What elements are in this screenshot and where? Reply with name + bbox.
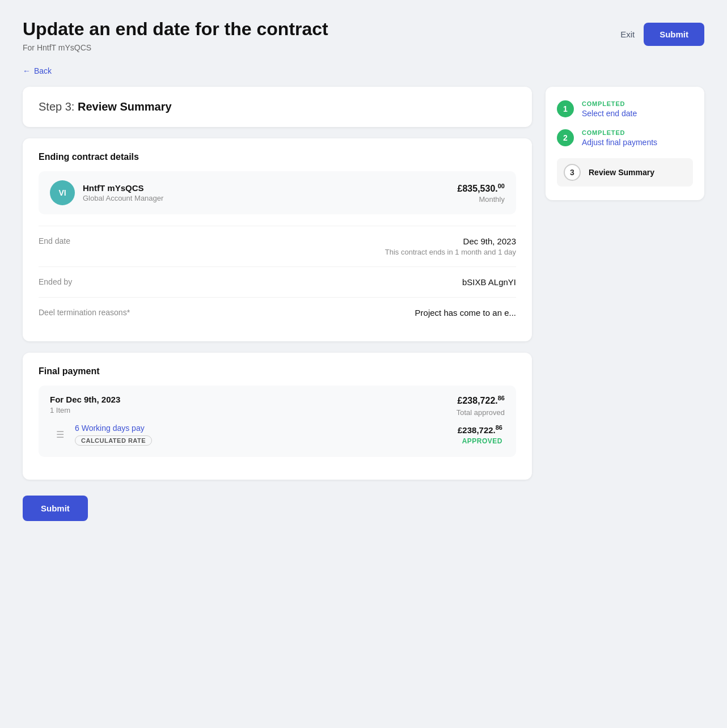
termination-reason-value: Project has come to an e... [415, 308, 516, 318]
step-circle-1: 1 [557, 100, 574, 117]
payment-row-top: For Dec 9th, 2023 1 Item £238,722.86 Tot… [50, 395, 505, 416]
final-payment-card: Final payment For Dec 9th, 2023 1 Item £… [23, 353, 532, 479]
contractor-name: HntfT mYsQCS [83, 183, 450, 193]
bottom-submit-section: Submit [23, 496, 532, 521]
contract-amount: £835,530.00 Monthly [458, 183, 505, 204]
termination-reason-main: Project has come to an e... [415, 308, 516, 318]
final-payment-title: Final payment [39, 366, 516, 376]
right-sidebar: 1 COMPLETED Select end date 2 COMPLETED … [546, 87, 704, 200]
contractor-role: Global Account Manager [83, 194, 450, 202]
end-date-row: End date Dec 9th, 2023 This contract end… [39, 226, 516, 266]
sidebar-step-2-info: COMPLETED Adjust final payments [582, 129, 657, 147]
avatar: VI [50, 180, 75, 205]
payment-items-count: 1 Item [50, 406, 120, 414]
line-item-title[interactable]: 6 Working days pay [75, 424, 152, 433]
sidebar-step-1-info: COMPLETED Select end date [582, 100, 637, 118]
step-circle-3: 3 [564, 164, 581, 181]
sidebar-step-1: 1 COMPLETED Select end date [557, 100, 693, 118]
step-2-status: COMPLETED [582, 129, 657, 136]
termination-reason-label: Deel termination reasons* [39, 308, 130, 317]
page-subtitle: For HntfT mYsQCS [23, 43, 328, 52]
page-header: Update an end date for the contract For … [23, 18, 704, 52]
step-prefix: Step 3: [39, 100, 74, 113]
payment-amount-section: £238,722.86 Total approved [457, 395, 505, 416]
sidebar-step-3-wrapper: 3 Review Summary [557, 158, 693, 187]
contract-info: HntfT mYsQCS Global Account Manager [83, 183, 450, 202]
payment-summary-row: For Dec 9th, 2023 1 Item £238,722.86 Tot… [39, 386, 516, 456]
contract-amount-value: £835,530.00 [458, 183, 505, 194]
left-column: Step 3: Review Summary Ending contract d… [23, 87, 532, 520]
step-title: Review Summary [78, 100, 172, 113]
payment-line-item: ☰ 6 Working days pay CALCULATED RATE £23… [50, 417, 505, 448]
step-1-label[interactable]: Select end date [582, 109, 637, 118]
ending-contract-title: Ending contract details [39, 152, 516, 162]
calculated-rate-badge: CALCULATED RATE [75, 435, 152, 446]
submit-button-header[interactable]: Submit [644, 23, 704, 46]
main-layout: Step 3: Review Summary Ending contract d… [23, 87, 704, 520]
line-item-icon: ☰ [52, 426, 68, 442]
line-item-right: £238,722.86 APPROVED [458, 424, 502, 445]
payment-date-section: For Dec 9th, 2023 1 Item [50, 395, 120, 414]
step-1-status: COMPLETED [582, 100, 637, 107]
line-item-info: 6 Working days pay CALCULATED RATE [75, 424, 152, 446]
step-3-label: Review Summary [589, 168, 654, 177]
header-left: Update an end date for the contract For … [23, 18, 328, 52]
ending-contract-card: Ending contract details VI HntfT mYsQCS … [23, 138, 532, 341]
payment-approved-status: Total approved [457, 408, 505, 417]
sidebar-step-2: 2 COMPLETED Adjust final payments [557, 129, 693, 147]
contract-summary-row: VI HntfT mYsQCS Global Account Manager £… [39, 171, 516, 214]
line-item-approved-status: APPROVED [458, 437, 502, 445]
back-link[interactable]: ← Back [23, 66, 52, 75]
header-actions: Exit Submit [620, 18, 704, 46]
exit-link[interactable]: Exit [620, 29, 635, 39]
step-card: Step 3: Review Summary [23, 87, 532, 127]
step-circle-2: 2 [557, 129, 574, 146]
ended-by-value: bSIXB ALgnYI [462, 277, 516, 287]
step-header: Step 3: Review Summary [39, 100, 516, 113]
back-arrow-icon: ← [23, 66, 31, 75]
end-date-value: Dec 9th, 2023 This contract ends in 1 mo… [385, 236, 516, 256]
end-date-sub: This contract ends in 1 month and 1 day [385, 248, 516, 256]
contract-period: Monthly [458, 195, 505, 204]
back-label: Back [34, 66, 52, 75]
payment-amount-value: £238,722.86 [457, 395, 505, 406]
termination-reason-row: Deel termination reasons* Project has co… [39, 297, 516, 328]
sidebar-card: 1 COMPLETED Select end date 2 COMPLETED … [546, 87, 704, 200]
ended-by-row: Ended by bSIXB ALgnYI [39, 266, 516, 297]
line-item-left: ☰ 6 Working days pay CALCULATED RATE [52, 424, 152, 446]
payment-date: For Dec 9th, 2023 [50, 395, 120, 404]
ended-by-label: Ended by [39, 277, 72, 286]
submit-button-bottom[interactable]: Submit [23, 496, 88, 521]
end-date-label: End date [39, 236, 70, 246]
sidebar-step-3-info: Review Summary [589, 168, 654, 177]
step-2-label[interactable]: Adjust final payments [582, 138, 657, 147]
end-date-main: Dec 9th, 2023 [385, 236, 516, 246]
line-item-amount: £238,722.86 [458, 424, 502, 435]
page-title: Update an end date for the contract [23, 18, 328, 40]
ended-by-main: bSIXB ALgnYI [462, 277, 516, 287]
